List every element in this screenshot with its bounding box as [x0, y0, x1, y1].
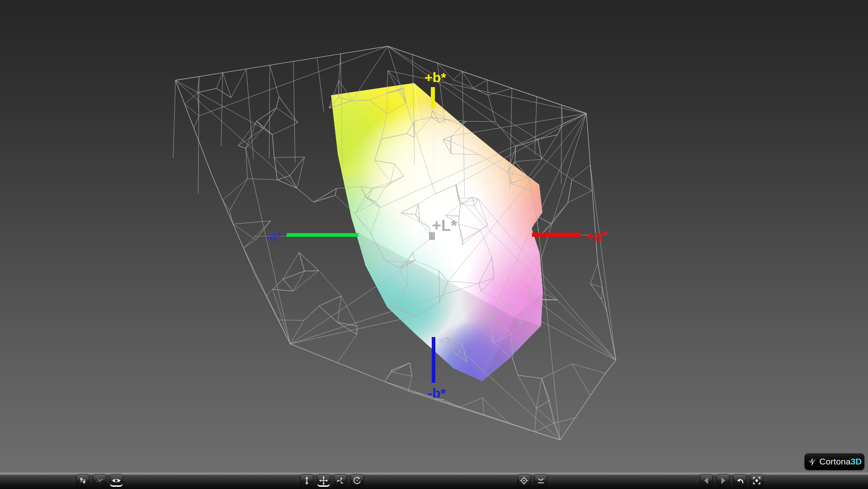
logo-brand-suffix: 3D — [851, 457, 862, 466]
footprints-button[interactable] — [76, 474, 89, 487]
cortona3d-star-icon — [807, 457, 817, 467]
orbit-icon — [352, 476, 362, 485]
target-icon — [519, 476, 529, 485]
eye-button[interactable] — [110, 474, 123, 487]
move-icon — [319, 476, 328, 485]
arrows-vertical-button[interactable] — [300, 474, 313, 487]
horizon-icon — [536, 476, 546, 485]
arrows-vertical-icon — [302, 476, 312, 485]
orbit-button[interactable] — [351, 474, 364, 487]
eye-icon — [112, 476, 121, 485]
fit-button[interactable] — [750, 474, 763, 487]
axis-label-a-positive: +a* — [585, 228, 607, 244]
pinwheel-icon — [95, 476, 104, 485]
history-group — [700, 474, 763, 487]
a-negative-axis-bar — [287, 233, 358, 237]
mode-group — [76, 474, 123, 487]
alignment-group — [517, 474, 547, 487]
horizon-button[interactable] — [534, 474, 547, 487]
axis-label-b-positive: +b* — [424, 70, 446, 85]
spin-arrows-button[interactable] — [334, 474, 347, 487]
back-button[interactable] — [700, 474, 713, 487]
viewer-toolbar — [0, 473, 868, 489]
pinwheel-button[interactable] — [93, 474, 106, 487]
axis-label-b-negative: -b* — [428, 386, 446, 401]
b-positive-axis-tick — [431, 87, 435, 108]
cortona3d-window: +b* -b* +a* -a* +L* Cortona3D — [0, 0, 868, 489]
cortona3d-logo[interactable]: Cortona3D — [805, 453, 864, 470]
forward-button[interactable] — [717, 474, 730, 487]
footprints-icon — [78, 476, 88, 485]
3d-viewport: +b* -b* +a* -a* +L* Cortona3D — [0, 0, 868, 473]
undo-icon — [735, 476, 745, 485]
target-button[interactable] — [517, 474, 531, 487]
navigation-group — [300, 474, 364, 487]
a-positive-axis-bar — [532, 233, 581, 237]
fit-icon — [752, 476, 761, 485]
axis-label-a-negative: -a* — [265, 230, 280, 244]
spin-arrows-icon — [336, 476, 345, 485]
move-button[interactable] — [317, 474, 330, 487]
undo-button[interactable] — [733, 474, 746, 487]
logo-brand-text: Cortona — [819, 457, 851, 466]
b-negative-axis-tick — [432, 337, 435, 383]
logo-wordmark: Cortona3D — [819, 457, 862, 467]
forward-icon — [718, 476, 728, 485]
axis-label-l-positive: +L* — [432, 216, 457, 235]
back-icon — [702, 476, 711, 485]
